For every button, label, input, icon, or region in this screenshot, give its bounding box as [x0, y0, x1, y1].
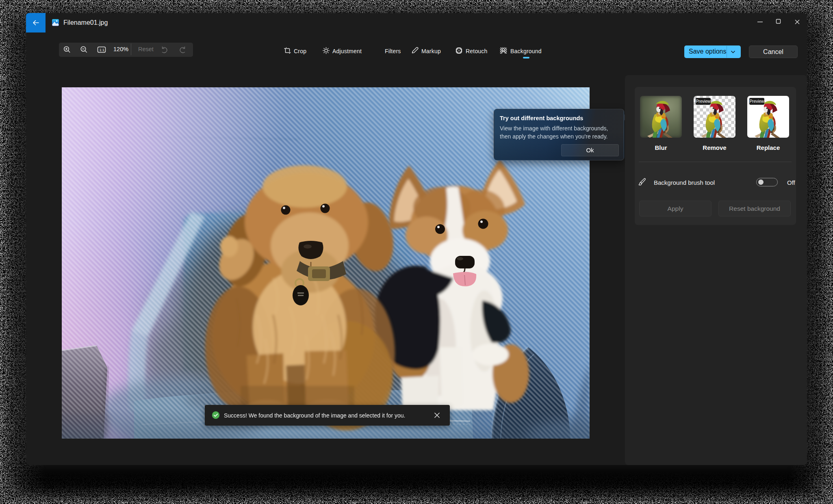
svg-text:1:1: 1:1: [100, 48, 105, 52]
